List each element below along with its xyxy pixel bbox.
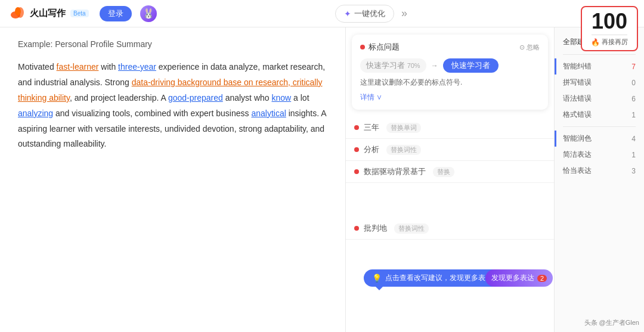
fire-icon: 🔥 [591,38,600,46]
appropriate-label: 恰当表达 [563,166,592,176]
word-original: 快速学习者 70% [360,58,426,73]
suggestion-item-tag-2: 替换词性 [386,145,421,155]
right-panel: 全部建议 11 智能纠错 7 拼写错误 0 语法错误 6 格式错误 1 智能润色… [555,27,644,332]
smart-correct-count: 7 [631,63,636,71]
highlight-analyzing[interactable]: analyzing [18,108,53,118]
suggestion-item-3[interactable]: 数据驱动背景基于 替换 [346,161,554,183]
discover-label: 发现更多表达 [491,273,534,283]
navbar-center: ✦ 一键优化 » [157,5,589,23]
score-action-label: 再接再厉 [602,38,628,46]
more-icon[interactable]: » [399,7,410,20]
dot-icon-extra [354,226,359,231]
right-item-smart-correct[interactable]: 智能纠错 7 [555,58,644,75]
format-label: 格式错误 [563,110,592,120]
suggestion-item-text-2: 分析 [364,144,379,155]
right-item-smart-polish[interactable]: 智能润色 4 [555,131,644,147]
highlight-analytical[interactable]: analytical [251,108,286,118]
doc-title: Example: Personal Profile Summary [18,39,327,49]
discover-count: 2 [537,275,547,282]
suggestion-words: 快速学习者 70% → 快速学习者 [360,58,540,73]
login-button[interactable]: 登录 [100,6,132,21]
card-tag-label: 标点问题 [369,42,400,52]
format-count: 1 [631,111,636,119]
right-item-concise[interactable]: 简洁表达 1 [555,147,644,163]
navbar: 火山写作 Beta 登录 🐰 ✦ 一键优化 » 全部建议 11 [0,0,644,27]
logo-area: 火山写作 Beta 登录 🐰 [10,5,157,22]
discover-button[interactable]: 发现更多表达 2 [485,269,553,287]
appropriate-count: 3 [631,167,636,175]
circle-icon: ⊙ [519,44,525,51]
card-header: 标点问题 ⊙ 忽略 [360,42,540,52]
dot-icon [354,125,359,130]
lightbulb-icon: 💡 [372,274,382,283]
score-number: 100 [592,11,627,32]
spark-icon: ✦ [344,9,351,18]
arrow-icon: → [431,61,438,70]
concise-label: 简洁表达 [563,150,592,160]
dismiss-label: 忽略 [527,43,540,52]
dismiss-button[interactable]: ⊙ 忽略 [519,43,540,52]
word-score: 70% [407,62,420,69]
grammar-count: 6 [631,95,636,103]
highlight-good-prepared[interactable]: good-prepared [168,93,223,103]
divider-1 [563,54,636,55]
concise-count: 1 [631,151,636,159]
optimize-label: 一键优化 [354,8,385,19]
right-item-format[interactable]: 格式错误 1 [555,107,644,123]
score-divider [592,35,627,35]
right-item-appropriate[interactable]: 恰当表达 3 [555,163,644,179]
divider-2 [563,126,636,127]
suggestion-panel: 标点问题 ⊙ 忽略 快速学习者 70% → 快速学习者 这里建议删除不必要的标点… [346,27,555,332]
suggestion-item-tag-extra: 替换词性 [394,224,429,234]
dot-red-icon [360,45,365,49]
suggestion-item-2[interactable]: 分析 替换词性 [346,139,554,161]
smart-polish-count: 4 [631,135,636,143]
avatar: 🐰 [140,5,157,22]
suggestion-description: 这里建议删除不必要的标点符号. [360,77,540,88]
suggestion-item-1[interactable]: 三年 替换单词 [346,117,554,139]
optimize-button[interactable]: ✦ 一键优化 [335,5,394,23]
word-suggested-button[interactable]: 快速学习者 [443,58,499,73]
suggestion-item-text-3: 数据驱动背景基于 [364,166,426,177]
smart-polish-label: 智能润色 [563,134,592,144]
grammar-label: 语法错误 [563,94,592,104]
right-item-spelling[interactable]: 拼写错误 0 [555,75,644,91]
suggestion-item-text-1: 三年 [364,122,379,133]
suggestion-item-tag-1: 替换单词 [386,123,421,133]
editor-area: Example: Personal Profile Summary Motiva… [0,27,346,332]
tooltip-popup: 💡 点击查看改写建议，发现更多表达 [364,269,501,287]
right-item-grammar[interactable]: 语法错误 6 [555,91,644,107]
highlight-fast-learner[interactable]: fast-learner [57,62,99,72]
score-action[interactable]: 🔥 再接再厉 [591,38,628,46]
beta-badge: Beta [70,10,89,17]
spelling-count: 0 [631,79,636,87]
spelling-label: 拼写错误 [563,77,592,88]
suggestion-item-extra[interactable]: 批判地 替换词性 [346,218,554,240]
suggestion-item-tag-3: 替换 [433,167,454,177]
svg-point-2 [15,7,21,15]
score-box: 100 🔥 再接再厉 [581,6,638,51]
highlight-know[interactable]: know [271,93,291,103]
smart-correct-label: 智能纠错 [563,61,592,72]
suggestion-detail-button[interactable]: 详情 ∨ [360,92,540,103]
logo-text: 火山写作 [30,8,66,19]
card-tag: 标点问题 [360,42,400,52]
dot-icon-2 [354,147,359,152]
dot-icon-3 [354,169,359,174]
logo-icon [10,5,26,22]
suggestion-item-text-extra: 批判地 [364,223,387,234]
highlight-three-year[interactable]: three-year [118,62,156,72]
extra-space: 批判地 替换词性 [346,183,554,240]
suggestion-card-punctuation: 标点问题 ⊙ 忽略 快速学习者 70% → 快速学习者 这里建议删除不必要的标点… [352,35,548,110]
doc-content: Motivated fast-learner with three-year e… [18,60,327,152]
main-area: Example: Personal Profile Summary Motiva… [0,27,644,332]
tooltip-label: 点击查看改写建议，发现更多表达 [385,273,493,283]
